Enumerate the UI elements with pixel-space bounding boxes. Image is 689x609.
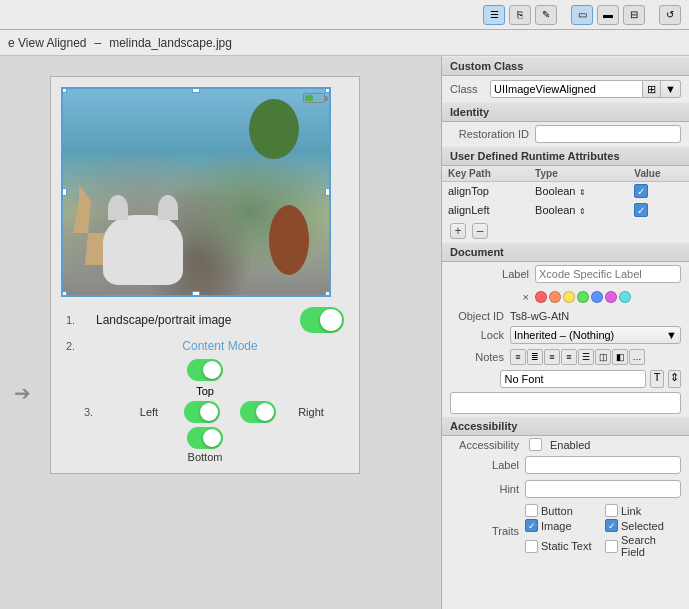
lock-select[interactable]: Inherited – (Nothing) ▼ xyxy=(510,326,681,344)
restoration-id-input[interactable] xyxy=(535,125,681,143)
notes-align-center[interactable]: ≣ xyxy=(527,349,543,365)
notes-list[interactable]: ☰ xyxy=(578,349,594,365)
label-row: Label xyxy=(442,262,689,286)
toggle-top[interactable] xyxy=(187,359,223,381)
handle-bottom-center[interactable] xyxy=(192,291,200,297)
row-1: 1. Landscape/portrait image xyxy=(66,307,344,333)
row1-num: 1. xyxy=(66,314,96,326)
handle-middle-right[interactable] xyxy=(325,188,331,196)
notes-table[interactable]: ◫ xyxy=(595,349,611,365)
toolbar-refresh-btn[interactable]: ↺ xyxy=(659,5,681,25)
toolbar-share-btn[interactable]: ⎘ xyxy=(509,5,531,25)
accessibility-checkbox[interactable] xyxy=(529,438,542,451)
acc-hint-input[interactable] xyxy=(525,480,681,498)
font-stepper-btn[interactable]: ⇕ xyxy=(668,370,681,388)
handle-top-center[interactable] xyxy=(192,87,200,93)
udra-alignleft-value: ✓ xyxy=(628,201,689,220)
font-input[interactable] xyxy=(500,370,646,388)
restoration-id-label: Restoration ID xyxy=(450,128,535,140)
color-purple[interactable] xyxy=(605,291,617,303)
font-row: T ⇕ xyxy=(442,368,689,390)
color-blue[interactable] xyxy=(591,291,603,303)
toolbar-landscape-btn[interactable]: ▬ xyxy=(597,5,619,25)
row-2: 2. Content Mode xyxy=(66,339,344,353)
notes-justify[interactable]: ≡ xyxy=(561,349,577,365)
udra-col-value: Value xyxy=(628,166,689,182)
acc-hint-label: Hint xyxy=(450,483,525,495)
traits-label: Traits xyxy=(450,525,525,537)
toolbar-split-btn[interactable]: ⊟ xyxy=(623,5,645,25)
trait-selected-checkbox[interactable]: ✓ xyxy=(605,519,618,532)
acc-label-row: Label xyxy=(442,453,689,477)
trait-button-checkbox[interactable] xyxy=(525,504,538,517)
notes-textarea[interactable] xyxy=(450,392,681,414)
trait-link: Link xyxy=(605,504,681,517)
class-arrow-btn[interactable]: ▼ xyxy=(661,80,681,98)
notes-row: Notes ≡ ≣ ≡ ≡ ☰ ◫ ◧ … xyxy=(442,346,689,368)
color-red[interactable] xyxy=(535,291,547,303)
row3-num: 3. xyxy=(84,406,114,418)
object-id-value: Ts8-wG-AtN xyxy=(510,310,569,322)
color-green[interactable] xyxy=(577,291,589,303)
handle-bottom-right[interactable] xyxy=(325,291,331,297)
toolbar-portrait-btn[interactable]: ▭ xyxy=(571,5,593,25)
trait-image-label: Image xyxy=(541,520,572,532)
accessibility-header: Accessibility xyxy=(442,416,689,436)
notes-more[interactable]: … xyxy=(629,349,645,365)
trait-image-checkbox[interactable]: ✓ xyxy=(525,519,538,532)
vase-element xyxy=(269,205,309,275)
toggle-bottom[interactable] xyxy=(187,427,223,449)
notes-label: Notes xyxy=(450,351,510,363)
notes-image[interactable]: ◧ xyxy=(612,349,628,365)
enabled-label: Enabled xyxy=(550,439,590,451)
remove-attribute-btn[interactable]: – xyxy=(472,223,488,239)
canvas-content: 1. Landscape/portrait image 2. Content M… xyxy=(50,76,360,474)
class-input[interactable] xyxy=(490,80,643,98)
x-icon[interactable]: × xyxy=(523,291,529,303)
identity-header: Identity xyxy=(442,102,689,122)
toolbar: ☰ ⎘ ✎ ▭ ▬ ⊟ ↺ xyxy=(0,0,689,30)
udra-aligntop-key: alignTop xyxy=(442,182,529,201)
notes-align-right[interactable]: ≡ xyxy=(544,349,560,365)
toolbar-list-btn[interactable]: ☰ xyxy=(483,5,505,25)
left-label: Left xyxy=(134,406,164,418)
acc-accessibility-label: Accessibility xyxy=(450,439,525,451)
udra-row-alignleft[interactable]: alignLeft Boolean ⇕ ✓ xyxy=(442,201,689,220)
notes-align-left[interactable]: ≡ xyxy=(510,349,526,365)
acc-label-input[interactable] xyxy=(525,456,681,474)
toggle-right[interactable] xyxy=(240,401,276,423)
aligntop-checkbox[interactable]: ✓ xyxy=(634,184,648,198)
main-layout: ➔ xyxy=(0,56,689,609)
udra-row-aligntop[interactable]: alignTop Boolean ⇕ ✓ xyxy=(442,182,689,201)
trait-link-checkbox[interactable] xyxy=(605,504,618,517)
right-panel: Custom Class Class ⊞ ▼ Identity Restorat… xyxy=(441,56,689,609)
alignleft-checkbox[interactable]: ✓ xyxy=(634,203,648,217)
udra-header: User Defined Runtime Attributes xyxy=(442,146,689,166)
toggle-landscape[interactable] xyxy=(300,307,344,333)
traits-grid: Button Link ✓ Image ✓ Select xyxy=(525,504,681,558)
lock-value: Inherited – (Nothing) xyxy=(514,329,614,341)
x-btn-label: × xyxy=(450,291,535,303)
toggle-left[interactable] xyxy=(184,401,220,423)
object-id-label: Object ID xyxy=(450,310,510,322)
color-yellow[interactable] xyxy=(563,291,575,303)
traits-label-row: Traits Button Link ✓ Image xyxy=(450,504,681,558)
row1-label: Landscape/portrait image xyxy=(96,313,300,327)
handle-middle-left[interactable] xyxy=(61,188,67,196)
trait-search-field-checkbox[interactable] xyxy=(605,540,618,553)
udra-table: Key Path Type Value alignTop Boolean ⇕ ✓… xyxy=(442,166,689,220)
image-view[interactable] xyxy=(61,87,331,297)
color-cyan[interactable] xyxy=(619,291,631,303)
lock-label: Lock xyxy=(450,329,510,341)
color-orange[interactable] xyxy=(549,291,561,303)
handle-top-left[interactable] xyxy=(61,87,67,93)
trait-static-text-checkbox[interactable] xyxy=(525,540,538,553)
battery-fill xyxy=(305,95,313,101)
add-attribute-btn[interactable]: + xyxy=(450,223,466,239)
class-dropdown-btn[interactable]: ⊞ xyxy=(643,80,661,98)
toolbar-edit-btn[interactable]: ✎ xyxy=(535,5,557,25)
label-input[interactable] xyxy=(535,265,681,283)
handle-bottom-left[interactable] xyxy=(61,291,67,297)
handle-top-right[interactable] xyxy=(325,87,331,93)
font-picker-btn[interactable]: T xyxy=(650,370,663,388)
